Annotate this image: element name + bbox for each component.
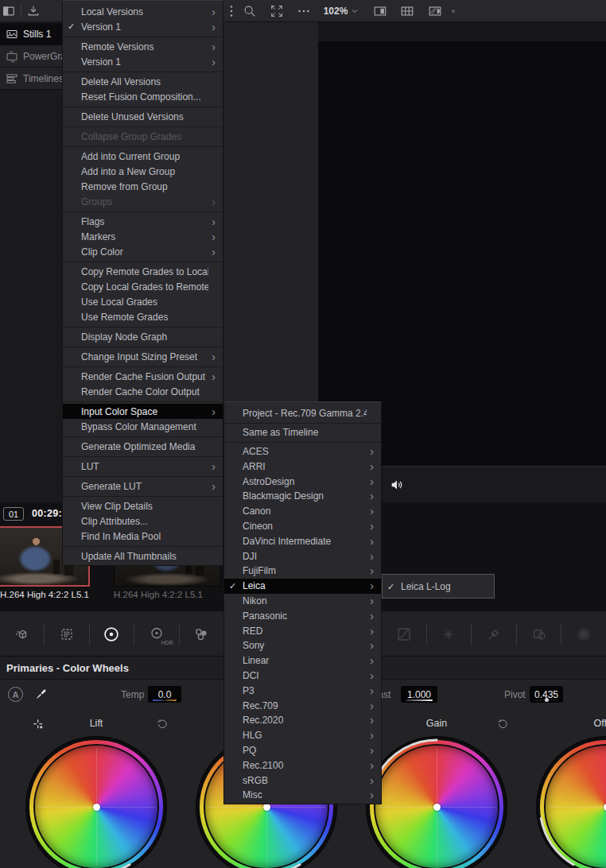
submenu-item-fujifilm[interactable]: FujiFilm› [224,564,381,579]
menu-item-label: Reset Fusion Composition... [81,91,208,103]
input-color-space-submenu: Project - Rec.709 Gamma 2.4Same as Timel… [223,401,382,804]
context-menu-item-use-remote-grades[interactable]: Use Remote Grades [63,309,223,324]
color-wheel-lift[interactable] [26,737,166,868]
submenu-item-dci[interactable]: DCI› [224,668,381,684]
context-menu-item-change-input-sizing-preset[interactable]: Change Input Sizing Preset› [63,349,223,364]
submenu-item-aces[interactable]: ACES› [224,444,381,459]
context-menu-item-add-into-a-new-group[interactable]: Add into a New Group [63,164,223,179]
color-wheel-gain[interactable] [367,737,507,868]
color-wheels-icon[interactable] [98,621,125,648]
submenu-item-canon[interactable]: Canon› [224,504,381,519]
submenu-item-hlg[interactable]: HLG› [224,728,381,743]
submenu-item-misc[interactable]: Misc› [224,788,381,803]
submenu-item-sony[interactable]: Sony› [224,638,381,653]
context-menu-item-remove-from-group[interactable]: Remove from Group [63,179,223,194]
wheel-handle[interactable] [93,804,100,811]
context-menu-item-reset-fusion-composition[interactable]: Reset Fusion Composition... [63,89,223,104]
context-menu-item-remote-versions[interactable]: Remote Versions› [63,39,223,54]
panel-options-icon[interactable] [223,3,239,19]
context-menu-item-lut[interactable]: LUT› [63,459,223,474]
import-still-icon[interactable] [25,3,42,19]
context-menu-item-flags[interactable]: Flags› [63,214,223,229]
submenu-item-dji[interactable]: DJI› [224,548,381,564]
context-menu-item-markers[interactable]: Markers› [63,229,223,244]
temp-value-field[interactable]: 0.0 [148,686,181,703]
context-menu-item-clip-color[interactable]: Clip Color› [63,244,223,259]
flyout-item-leica-l-log[interactable]: ✓Leica L-Log [383,579,494,595]
submenu-item-leica[interactable]: ✓Leica› [224,579,381,594]
eyedropper-icon[interactable] [33,686,49,702]
color-match-icon[interactable] [188,621,215,648]
context-menu-item-update-all-thumbnails[interactable]: Update All Thumbnails [63,548,223,564]
color-wheel-offset[interactable] [537,737,606,868]
context-menu-item-version-1[interactable]: ✓Version 1› [63,19,223,34]
submenu-item-rec-2020[interactable]: Rec.2020› [224,713,381,728]
context-menu-item-display-node-graph[interactable]: Display Node Graph [63,329,223,344]
context-menu-item-render-cache-fusion-output[interactable]: Render Cache Fusion Output› [63,369,223,384]
tracker-grid-icon[interactable] [53,621,80,648]
curves-icon[interactable] [390,621,418,648]
context-menu-item-local-versions[interactable]: Local Versions› [63,4,223,19]
view-grid-icon[interactable] [399,3,415,19]
wheel-luma-indicator[interactable] [367,737,507,868]
wheel-handle[interactable] [604,804,606,811]
submenu-item-blackmagic-design[interactable]: Blackmagic Design› [224,489,381,504]
wheel-handle[interactable] [433,804,441,811]
submenu-item-nikon[interactable]: Nikon› [224,594,381,609]
expand-viewer-icon[interactable] [269,3,285,19]
submenu-item-linear[interactable]: Linear› [224,653,381,668]
sidebar-item-timelines[interactable]: Timelines [0,68,62,90]
contrast-value-field[interactable]: 1.000 [401,686,437,703]
qualifier-icon[interactable] [480,621,507,648]
hdr-grade-icon[interactable]: HDR [143,621,170,648]
auto-balance-icon[interactable]: A [8,687,23,702]
context-menu-item-bypass-color-management[interactable]: Bypass Color Management [63,419,223,434]
context-menu-item-version-1[interactable]: Version 1› [63,54,223,69]
context-menu-item-generate-lut[interactable]: Generate LUT› [63,479,223,494]
submenu-item-project-rec-709-gamma-2-4[interactable]: Project - Rec.709 Gamma 2.4 [224,406,381,421]
submenu-item-srgb[interactable]: sRGB› [224,773,381,788]
submenu-item-astrodesign[interactable]: AstroDesign› [224,474,381,489]
more-options-icon[interactable] [296,3,312,19]
submenu-item-red[interactable]: RED› [224,623,381,638]
context-menu-item-delete-unused-versions[interactable]: Delete Unused Versions [63,109,223,124]
context-menu-item-copy-remote-grades-to-local[interactable]: Copy Remote Grades to Local [63,264,223,279]
color-warper-icon[interactable] [435,621,462,648]
panel-toggle-icon[interactable] [0,3,17,19]
wheel-luma-indicator[interactable] [26,737,166,868]
submenu-item-pq[interactable]: PQ› [224,743,381,758]
context-menu-item-clip-attributes[interactable]: Clip Attributes... [63,513,223,529]
submenu-item-panasonic[interactable]: Panasonic› [224,608,381,623]
camera-raw-icon[interactable] [9,621,36,648]
context-menu-item-render-cache-color-output[interactable]: Render Cache Color Output [63,384,223,399]
reset-icon[interactable] [156,718,169,730]
submenu-item-p3[interactable]: P3› [224,683,381,698]
viewer-zoom-control[interactable]: 102% [317,0,366,22]
context-menu-item-delete-all-versions[interactable]: Delete All Versions [63,74,223,89]
pivot-value-field[interactable]: 0.435 [530,686,563,703]
submenu-item-arri[interactable]: ARRI› [224,459,381,474]
blur-icon[interactable] [570,621,597,648]
speaker-icon[interactable] [388,477,406,493]
submenu-item-same-as-timeline[interactable]: Same as Timeline [224,425,381,440]
sidebar-item-powergrade[interactable]: PowerGrade [0,45,62,68]
submenu-item-cineon[interactable]: Cineon› [224,519,381,534]
context-menu-item-copy-local-grades-to-remote[interactable]: Copy Local Grades to Remote [63,279,223,294]
wheel-luma-indicator[interactable] [537,737,606,868]
power-window-icon[interactable] [526,621,553,648]
reset-icon[interactable] [496,718,509,730]
submenu-item-rec-2100[interactable]: Rec.2100› [224,758,381,773]
view-wipe-icon[interactable] [427,3,443,19]
context-menu-item-input-color-space[interactable]: Input Color Space› [63,404,223,419]
context-menu-item-use-local-grades[interactable]: Use Local Grades [63,294,223,309]
submenu-item-rec-709[interactable]: Rec.709› [224,698,381,713]
stills-icon [4,28,20,41]
sidebar-item-stills-1[interactable]: Stills 1 [0,23,62,45]
view-split-icon[interactable] [372,3,388,19]
context-menu-item-view-clip-details[interactable]: View Clip Details [63,498,223,513]
context-menu-item-generate-optimized-media[interactable]: Generate Optimized Media [63,439,223,454]
context-menu-item-add-into-current-group[interactable]: Add into Current Group [63,149,223,164]
context-menu-item-find-in-media-pool[interactable]: Find In Media Pool [63,529,223,544]
search-icon[interactable] [242,3,258,19]
submenu-item-davinci-intermediate[interactable]: DaVinci Intermediate› [224,533,381,548]
